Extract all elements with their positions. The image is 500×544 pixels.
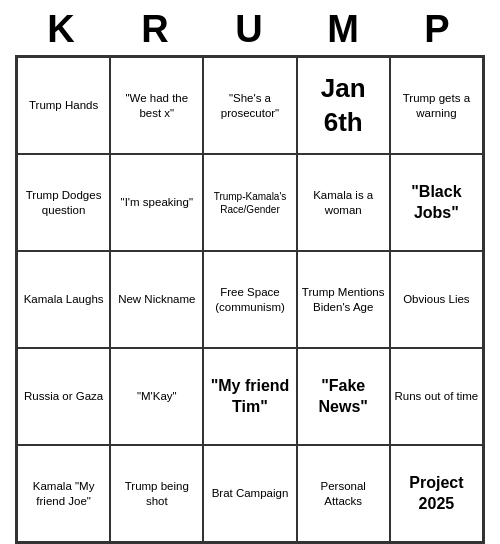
bingo-cell[interactable]: "We had the best x" (110, 57, 203, 154)
bingo-cell[interactable]: "M'Kay" (110, 348, 203, 445)
bingo-cell[interactable]: Brat Campaign (203, 445, 296, 542)
bingo-cell[interactable]: "My friend Tim" (203, 348, 296, 445)
title-letter: K (22, 8, 102, 51)
bingo-cell[interactable]: Trump being shot (110, 445, 203, 542)
title-letter: P (398, 8, 478, 51)
bingo-cell[interactable]: Trump gets a warning (390, 57, 483, 154)
title-letter: U (210, 8, 290, 51)
bingo-cell[interactable]: Project 2025 (390, 445, 483, 542)
bingo-grid: Trump Hands"We had the best x""She's a p… (15, 55, 485, 544)
bingo-cell[interactable]: Kamala "My friend Joe" (17, 445, 110, 542)
bingo-cell[interactable]: "She's a prosecutor" (203, 57, 296, 154)
bingo-cell[interactable]: Trump Dodges question (17, 154, 110, 251)
bingo-title: KRUMP (15, 0, 485, 55)
bingo-cell[interactable]: Trump Hands (17, 57, 110, 154)
bingo-cell[interactable]: Russia or Gaza (17, 348, 110, 445)
bingo-cell[interactable]: Trump-Kamala's Race/Gender (203, 154, 296, 251)
bingo-cell[interactable]: Personal Attacks (297, 445, 390, 542)
title-letter: M (304, 8, 384, 51)
bingo-cell[interactable]: Obvious Lies (390, 251, 483, 348)
bingo-cell[interactable]: Kamala Laughs (17, 251, 110, 348)
bingo-cell[interactable]: Jan 6th (297, 57, 390, 154)
title-letter: R (116, 8, 196, 51)
bingo-cell[interactable]: Runs out of time (390, 348, 483, 445)
bingo-cell[interactable]: Free Space (communism) (203, 251, 296, 348)
bingo-cell[interactable]: New Nickname (110, 251, 203, 348)
bingo-cell[interactable]: "Black Jobs" (390, 154, 483, 251)
bingo-cell[interactable]: Trump Mentions Biden's Age (297, 251, 390, 348)
bingo-cell[interactable]: "Fake News" (297, 348, 390, 445)
bingo-cell[interactable]: "I'm speaking" (110, 154, 203, 251)
bingo-cell[interactable]: Kamala is a woman (297, 154, 390, 251)
